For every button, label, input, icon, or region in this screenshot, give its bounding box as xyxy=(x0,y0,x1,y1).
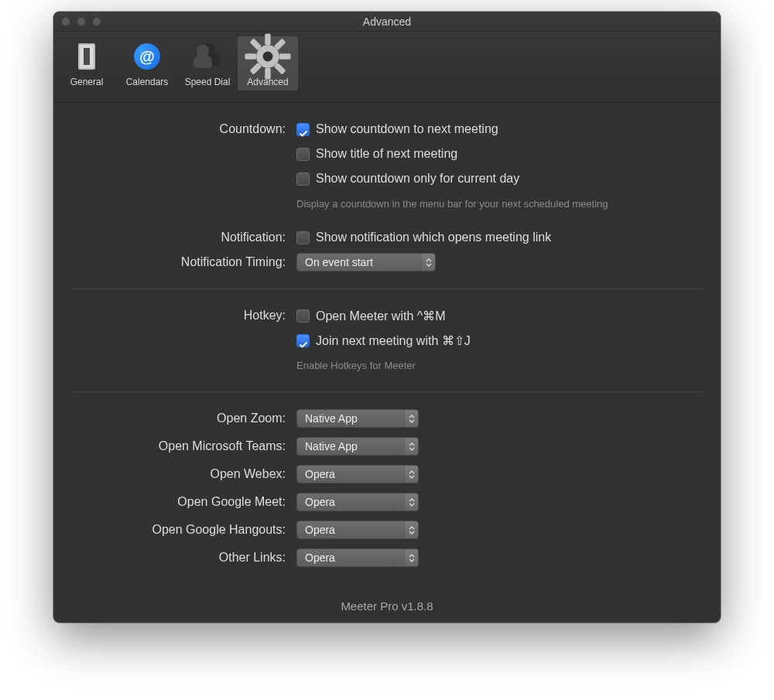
notification-timing-select[interactable]: On event start xyxy=(296,253,436,271)
open-teams-select[interactable]: Native App xyxy=(296,437,419,456)
open-meeter-hotkey-label: Open Meeter with ^⌘M xyxy=(316,309,446,323)
chevrons-icon xyxy=(404,438,418,455)
tab-speed-dial-label: Speed Dial xyxy=(179,77,236,87)
tab-calendars[interactable]: @ Calendars xyxy=(117,36,177,90)
divider xyxy=(72,391,702,392)
gear-icon xyxy=(239,41,296,72)
join-next-hotkey-label: Join next meeting with ⌘⇧J xyxy=(316,333,471,348)
open-teams-value: Native App xyxy=(297,440,368,452)
titlebar: Advanced xyxy=(53,12,721,32)
open-zoom-value: Native App xyxy=(297,412,368,425)
countdown-hint: Display a countdown in the menu bar for … xyxy=(296,198,702,210)
open-webex-select[interactable]: Opera xyxy=(296,465,419,483)
hotkey-label: Hotkey: xyxy=(72,309,289,323)
open-zoom-select[interactable]: Native App xyxy=(296,409,419,428)
chevrons-icon xyxy=(404,466,418,483)
svg-rect-5 xyxy=(279,53,291,59)
show-title-label: Show title of next meeting xyxy=(316,147,457,161)
svg-point-1 xyxy=(263,52,273,62)
show-notification-label: Show notification which opens meeting li… xyxy=(316,230,551,244)
show-countdown-label: Show countdown to next meeting xyxy=(316,122,498,136)
calendars-icon: @ xyxy=(118,41,176,72)
show-countdown-checkbox[interactable] xyxy=(296,123,310,136)
open-meet-select[interactable]: Opera xyxy=(296,493,419,511)
tab-advanced-label: Advanced xyxy=(239,77,296,87)
hotkey-hint: Enable Hotkeys for Meeter xyxy=(296,360,702,371)
tab-advanced[interactable]: Advanced xyxy=(238,36,298,90)
tab-general-label: General xyxy=(58,77,115,87)
window-title: Advanced xyxy=(53,15,721,28)
countdown-label: Countdown: xyxy=(72,122,289,136)
open-hangouts-label: Open Google Hangouts: xyxy=(72,523,289,537)
chevrons-icon xyxy=(404,521,418,538)
tab-general[interactable]: General xyxy=(57,36,117,90)
notification-label: Notification: xyxy=(72,230,289,244)
chevrons-icon xyxy=(404,493,418,510)
svg-rect-2 xyxy=(265,33,270,45)
show-notification-checkbox[interactable] xyxy=(296,231,310,244)
open-teams-label: Open Microsoft Teams: xyxy=(72,439,289,453)
divider xyxy=(72,289,702,289)
chevrons-icon xyxy=(421,254,435,271)
other-links-value: Opera xyxy=(297,551,346,564)
tab-speed-dial[interactable]: Speed Dial xyxy=(177,36,238,90)
notification-timing-value: On event start xyxy=(297,256,384,268)
notification-timing-label: Notification Timing: xyxy=(72,255,289,269)
other-links-select[interactable]: Opera xyxy=(296,548,419,567)
chevrons-icon xyxy=(404,410,418,427)
open-webex-label: Open Webex: xyxy=(72,467,289,481)
open-meet-label: Open Google Meet: xyxy=(72,495,289,509)
open-zoom-label: Open Zoom: xyxy=(72,411,289,425)
content: Countdown: Show countdown to next meetin… xyxy=(53,103,721,623)
join-next-hotkey-checkbox[interactable] xyxy=(296,334,310,347)
open-meeter-hotkey-checkbox[interactable] xyxy=(296,309,310,323)
preferences-window: Advanced General @ Calendars Speed Dial xyxy=(53,12,721,623)
toolbar: General @ Calendars Speed Dial xyxy=(53,32,721,103)
speed-dial-icon xyxy=(179,41,236,72)
show-current-day-checkbox[interactable] xyxy=(296,172,310,186)
chevrons-icon xyxy=(404,549,418,566)
open-hangouts-select[interactable]: Opera xyxy=(296,521,419,539)
open-webex-value: Opera xyxy=(297,468,346,480)
show-current-day-label: Show countdown only for current day xyxy=(316,172,519,186)
open-meet-value: Opera xyxy=(297,496,346,508)
general-icon xyxy=(58,41,115,72)
show-title-checkbox[interactable] xyxy=(296,148,310,161)
other-links-label: Other Links: xyxy=(72,551,289,565)
tab-calendars-label: Calendars xyxy=(118,77,176,87)
version-label: Meeter Pro v1.8.8 xyxy=(72,599,702,613)
open-hangouts-value: Opera xyxy=(297,524,346,536)
svg-rect-4 xyxy=(245,53,256,59)
